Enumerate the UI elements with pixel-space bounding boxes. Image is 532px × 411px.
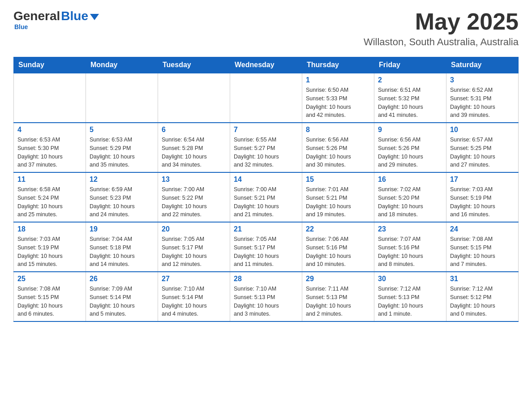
day-number: 25 <box>17 275 82 283</box>
day-number: 13 <box>162 176 226 184</box>
calendar-cell: 5Sunrise: 6:53 AMSunset: 5:29 PMDaylight… <box>86 123 158 172</box>
day-info: Sunrise: 6:59 AMSunset: 5:23 PMDaylight:… <box>90 185 154 219</box>
day-number: 16 <box>378 176 442 184</box>
day-number: 5 <box>90 126 154 134</box>
day-number: 22 <box>306 225 370 233</box>
day-number: 21 <box>234 225 298 233</box>
day-info: Sunrise: 7:04 AMSunset: 5:18 PMDaylight:… <box>90 235 154 269</box>
calendar-cell: 16Sunrise: 7:02 AMSunset: 5:20 PMDayligh… <box>374 172 446 222</box>
calendar-weekday-wednesday: Wednesday <box>230 57 302 73</box>
calendar-cell: 31Sunrise: 7:12 AMSunset: 5:12 PMDayligh… <box>446 272 519 321</box>
logo: GeneralBlue Blue <box>13 9 99 30</box>
calendar-weekday-sunday: Sunday <box>14 57 86 73</box>
day-number: 29 <box>306 275 370 283</box>
calendar-cell: 24Sunrise: 7:08 AMSunset: 5:15 PMDayligh… <box>446 222 519 272</box>
day-info: Sunrise: 6:57 AMSunset: 5:25 PMDaylight:… <box>450 136 515 169</box>
day-info: Sunrise: 6:56 AMSunset: 5:26 PMDaylight:… <box>306 136 370 169</box>
day-info: Sunrise: 7:02 AMSunset: 5:20 PMDaylight:… <box>378 185 442 219</box>
calendar-cell: 15Sunrise: 7:01 AMSunset: 5:21 PMDayligh… <box>302 172 374 222</box>
day-number: 3 <box>450 76 515 84</box>
calendar-cell: 26Sunrise: 7:09 AMSunset: 5:14 PMDayligh… <box>86 272 158 321</box>
day-info: Sunrise: 6:53 AMSunset: 5:30 PMDaylight:… <box>17 136 82 169</box>
calendar-cell: 17Sunrise: 7:03 AMSunset: 5:19 PMDayligh… <box>446 172 519 222</box>
calendar-week-3: 11Sunrise: 6:58 AMSunset: 5:24 PMDayligh… <box>14 172 519 222</box>
day-info: Sunrise: 7:07 AMSunset: 5:16 PMDaylight:… <box>378 235 442 269</box>
calendar-cell: 18Sunrise: 7:03 AMSunset: 5:19 PMDayligh… <box>14 222 86 272</box>
calendar-cell: 14Sunrise: 7:00 AMSunset: 5:21 PMDayligh… <box>230 172 302 222</box>
day-info: Sunrise: 7:10 AMSunset: 5:13 PMDaylight:… <box>234 285 298 318</box>
calendar-cell: 10Sunrise: 6:57 AMSunset: 5:25 PMDayligh… <box>446 123 519 172</box>
logo-subtitle: Blue <box>14 23 28 30</box>
day-info: Sunrise: 7:11 AMSunset: 5:13 PMDaylight:… <box>306 285 370 318</box>
day-info: Sunrise: 6:56 AMSunset: 5:26 PMDaylight:… <box>378 136 442 169</box>
day-info: Sunrise: 7:08 AMSunset: 5:15 PMDaylight:… <box>17 285 82 318</box>
day-info: Sunrise: 7:09 AMSunset: 5:14 PMDaylight:… <box>90 285 154 318</box>
calendar-weekday-friday: Friday <box>374 57 446 73</box>
day-number: 17 <box>450 176 515 184</box>
logo-general-text: General <box>13 9 60 23</box>
calendar-cell: 23Sunrise: 7:07 AMSunset: 5:16 PMDayligh… <box>374 222 446 272</box>
calendar-cell: 25Sunrise: 7:08 AMSunset: 5:15 PMDayligh… <box>14 272 86 321</box>
day-number: 24 <box>450 225 515 233</box>
day-info: Sunrise: 6:55 AMSunset: 5:27 PMDaylight:… <box>234 136 298 169</box>
day-number: 10 <box>450 126 515 134</box>
day-info: Sunrise: 7:00 AMSunset: 5:21 PMDaylight:… <box>234 185 298 219</box>
calendar-cell: 8Sunrise: 6:56 AMSunset: 5:26 PMDaylight… <box>302 123 374 172</box>
day-number: 19 <box>90 225 154 233</box>
day-info: Sunrise: 6:53 AMSunset: 5:29 PMDaylight:… <box>90 136 154 169</box>
day-info: Sunrise: 6:51 AMSunset: 5:32 PMDaylight:… <box>378 86 442 120</box>
day-info: Sunrise: 7:05 AMSunset: 5:17 PMDaylight:… <box>162 235 226 269</box>
calendar-cell: 4Sunrise: 6:53 AMSunset: 5:30 PMDaylight… <box>14 123 86 172</box>
calendar-week-2: 4Sunrise: 6:53 AMSunset: 5:30 PMDaylight… <box>14 123 519 172</box>
day-info: Sunrise: 7:10 AMSunset: 5:14 PMDaylight:… <box>162 285 226 318</box>
day-number: 9 <box>378 126 442 134</box>
day-info: Sunrise: 7:03 AMSunset: 5:19 PMDaylight:… <box>17 235 82 269</box>
calendar-cell <box>158 73 230 123</box>
day-info: Sunrise: 7:05 AMSunset: 5:17 PMDaylight:… <box>234 235 298 269</box>
location-title: Willaston, South Australia, Australia <box>364 36 519 48</box>
calendar-cell <box>14 73 86 123</box>
day-number: 31 <box>450 275 515 283</box>
calendar-cell: 6Sunrise: 6:54 AMSunset: 5:28 PMDaylight… <box>158 123 230 172</box>
calendar-cell: 28Sunrise: 7:10 AMSunset: 5:13 PMDayligh… <box>230 272 302 321</box>
calendar-cell: 29Sunrise: 7:11 AMSunset: 5:13 PMDayligh… <box>302 272 374 321</box>
calendar-week-4: 18Sunrise: 7:03 AMSunset: 5:19 PMDayligh… <box>14 222 519 272</box>
logo-triangle-icon <box>90 14 99 20</box>
calendar-weekday-saturday: Saturday <box>446 57 519 73</box>
calendar-cell: 11Sunrise: 6:58 AMSunset: 5:24 PMDayligh… <box>14 172 86 222</box>
calendar-weekday-tuesday: Tuesday <box>158 57 230 73</box>
day-number: 20 <box>162 225 226 233</box>
day-number: 23 <box>378 225 442 233</box>
day-number: 12 <box>90 176 154 184</box>
calendar-cell: 20Sunrise: 7:05 AMSunset: 5:17 PMDayligh… <box>158 222 230 272</box>
day-info: Sunrise: 6:50 AMSunset: 5:33 PMDaylight:… <box>306 86 370 120</box>
day-number: 18 <box>17 225 82 233</box>
day-number: 26 <box>90 275 154 283</box>
day-number: 4 <box>17 126 82 134</box>
calendar-table: SundayMondayTuesdayWednesdayThursdayFrid… <box>13 57 519 322</box>
day-number: 14 <box>234 176 298 184</box>
day-info: Sunrise: 7:12 AMSunset: 5:12 PMDaylight:… <box>450 285 515 318</box>
day-info: Sunrise: 6:52 AMSunset: 5:31 PMDaylight:… <box>450 86 515 120</box>
logo-blue-text: Blue <box>61 9 88 23</box>
calendar-header-row: SundayMondayTuesdayWednesdayThursdayFrid… <box>14 57 519 73</box>
day-number: 6 <box>162 126 226 134</box>
calendar-cell <box>86 73 158 123</box>
day-info: Sunrise: 7:03 AMSunset: 5:19 PMDaylight:… <box>450 185 515 219</box>
calendar-cell: 7Sunrise: 6:55 AMSunset: 5:27 PMDaylight… <box>230 123 302 172</box>
month-title: May 2025 <box>364 9 519 34</box>
day-info: Sunrise: 6:58 AMSunset: 5:24 PMDaylight:… <box>17 185 82 219</box>
day-info: Sunrise: 7:12 AMSunset: 5:13 PMDaylight:… <box>378 285 442 318</box>
calendar-cell: 13Sunrise: 7:00 AMSunset: 5:22 PMDayligh… <box>158 172 230 222</box>
day-info: Sunrise: 7:00 AMSunset: 5:22 PMDaylight:… <box>162 185 226 219</box>
day-number: 2 <box>378 76 442 84</box>
day-number: 30 <box>378 275 442 283</box>
calendar-week-5: 25Sunrise: 7:08 AMSunset: 5:15 PMDayligh… <box>14 272 519 321</box>
calendar-cell: 21Sunrise: 7:05 AMSunset: 5:17 PMDayligh… <box>230 222 302 272</box>
calendar-weekday-monday: Monday <box>86 57 158 73</box>
day-info: Sunrise: 7:06 AMSunset: 5:16 PMDaylight:… <box>306 235 370 269</box>
day-info: Sunrise: 6:54 AMSunset: 5:28 PMDaylight:… <box>162 136 226 169</box>
calendar-cell: 1Sunrise: 6:50 AMSunset: 5:33 PMDaylight… <box>302 73 374 123</box>
day-number: 7 <box>234 126 298 134</box>
calendar-cell: 22Sunrise: 7:06 AMSunset: 5:16 PMDayligh… <box>302 222 374 272</box>
